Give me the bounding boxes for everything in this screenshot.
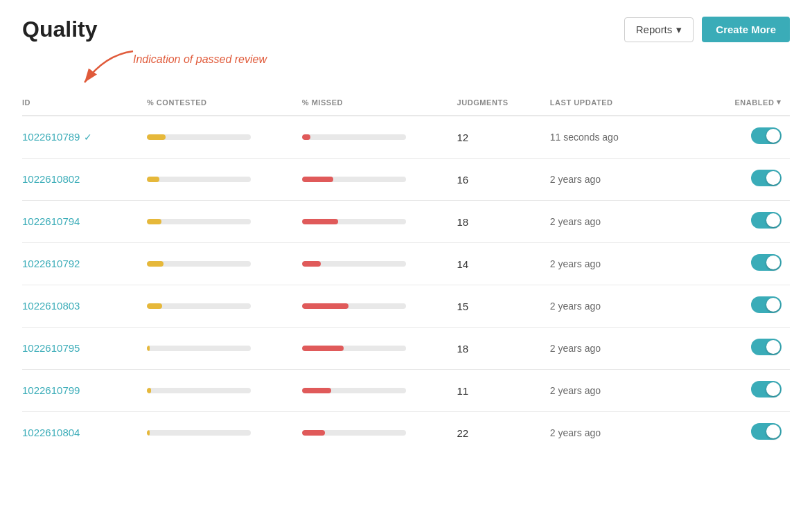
missed-bar-cell: [294, 412, 449, 454]
row-id-link[interactable]: 1022610795: [22, 342, 80, 354]
contested-bar-cell: [139, 370, 294, 412]
last-updated-cell: 2 years ago: [542, 159, 697, 201]
enabled-cell: [697, 159, 790, 201]
missed-bar-cell: [294, 285, 449, 328]
row-id-link[interactable]: 1022610804: [22, 427, 80, 438]
quality-table: ID % CONTESTED % MISSED JUDGMENTS LAST U…: [22, 92, 790, 454]
table-row: 1022610794182 years ago: [22, 201, 790, 243]
table-row: 1022610795182 years ago: [22, 328, 790, 370]
enabled-cell: [697, 285, 790, 328]
row-id-link[interactable]: 1022610792: [22, 258, 80, 269]
enabled-cell: [697, 116, 790, 159]
contested-bar-cell: [139, 328, 294, 370]
enabled-toggle[interactable]: [751, 423, 782, 440]
enabled-cell: [697, 412, 790, 454]
last-updated-cell: 2 years ago: [542, 328, 697, 370]
enabled-toggle[interactable]: [751, 381, 782, 398]
judgments-cell: 18: [449, 201, 542, 243]
missed-bar-cell: [294, 243, 449, 285]
enabled-toggle[interactable]: [751, 212, 782, 229]
col-header-updated: LAST UPDATED: [542, 92, 697, 116]
table-header-row: ID % CONTESTED % MISSED JUDGMENTS LAST U…: [22, 92, 790, 116]
judgments-cell: 18: [449, 328, 542, 370]
enabled-toggle[interactable]: [751, 339, 782, 355]
table-row: 1022610792142 years ago: [22, 243, 790, 285]
judgments-cell: 15: [449, 285, 542, 328]
last-updated-cell: 2 years ago: [542, 412, 697, 454]
annotation-text: Indication of passed review: [133, 53, 267, 66]
row-id-link[interactable]: 1022610789: [22, 131, 80, 143]
contested-bar-cell: [139, 285, 294, 328]
contested-bar-cell: [139, 412, 294, 454]
enabled-toggle[interactable]: [751, 127, 782, 144]
col-header-judgments: JUDGMENTS: [449, 92, 542, 116]
judgments-cell: 14: [449, 243, 542, 285]
last-updated-cell: 2 years ago: [542, 370, 697, 412]
table-row: 1022610802162 years ago: [22, 159, 790, 201]
page-title: Quality: [22, 17, 97, 42]
enabled-toggle[interactable]: [751, 170, 782, 186]
chevron-down-icon[interactable]: ▾: [777, 98, 782, 107]
enabled-toggle[interactable]: [751, 254, 782, 271]
last-updated-cell: 2 years ago: [542, 243, 697, 285]
enabled-cell: [697, 328, 790, 370]
annotation-arrow: [64, 48, 147, 89]
judgments-cell: 22: [449, 412, 542, 454]
enabled-cell: [697, 243, 790, 285]
col-header-id: ID: [22, 92, 139, 116]
col-header-contested: % CONTESTED: [139, 92, 294, 116]
page-header: Quality Reports ▾ Create More: [22, 17, 790, 42]
create-more-button[interactable]: Create More: [702, 17, 790, 42]
contested-bar-cell: [139, 201, 294, 243]
row-id-link[interactable]: 1022610799: [22, 384, 80, 396]
judgments-cell: 12: [449, 116, 542, 159]
contested-bar-cell: [139, 116, 294, 159]
contested-bar-cell: [139, 243, 294, 285]
passed-review-icon: ✓: [84, 132, 92, 143]
missed-bar-cell: [294, 370, 449, 412]
last-updated-cell: 11 seconds ago: [542, 116, 697, 159]
chevron-down-icon: ▾: [676, 24, 682, 36]
missed-bar-cell: [294, 159, 449, 201]
table-row: 1022610803152 years ago: [22, 285, 790, 328]
row-id-link[interactable]: 1022610794: [22, 215, 80, 227]
header-actions: Reports ▾ Create More: [624, 17, 790, 42]
row-id-link[interactable]: 1022610802: [22, 173, 80, 185]
last-updated-cell: 2 years ago: [542, 201, 697, 243]
enabled-cell: [697, 201, 790, 243]
enabled-cell: [697, 370, 790, 412]
judgments-cell: 16: [449, 159, 542, 201]
contested-bar-cell: [139, 159, 294, 201]
missed-bar-cell: [294, 201, 449, 243]
annotation-area: Indication of passed review: [22, 48, 790, 89]
last-updated-cell: 2 years ago: [542, 285, 697, 328]
table-row: 1022610789✓1211 seconds ago: [22, 116, 790, 159]
table-row: 1022610804222 years ago: [22, 412, 790, 454]
judgments-cell: 11: [449, 370, 542, 412]
missed-bar-cell: [294, 328, 449, 370]
enabled-toggle[interactable]: [751, 296, 782, 313]
reports-button[interactable]: Reports ▾: [624, 17, 694, 42]
col-header-enabled[interactable]: ENABLED ▾: [697, 92, 790, 116]
missed-bar-cell: [294, 116, 449, 159]
table-row: 1022610799112 years ago: [22, 370, 790, 412]
row-id-link[interactable]: 1022610803: [22, 300, 80, 312]
col-header-missed: % MISSED: [294, 92, 449, 116]
